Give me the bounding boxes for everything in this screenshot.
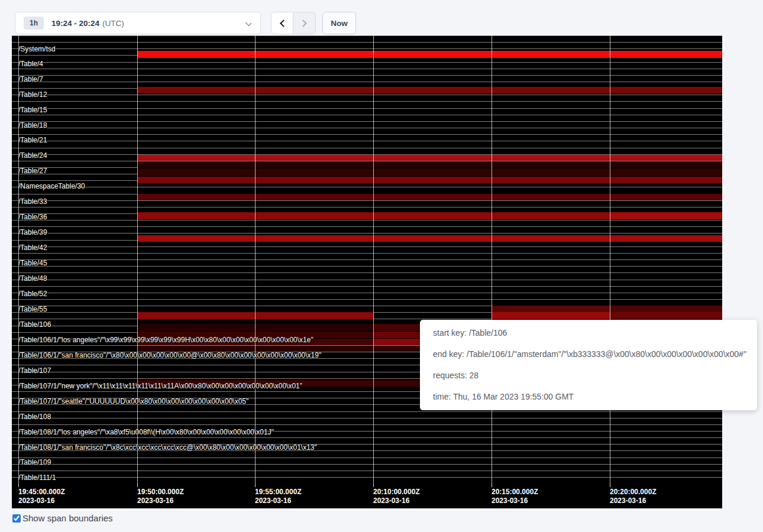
row-label: /Table/108/1/"los angeles"/"\xa8\xf5\u00… — [18, 428, 274, 436]
heat-band[interactable] — [137, 155, 722, 161]
previous-interval-button[interactable] — [271, 12, 293, 34]
time-range-select[interactable]: 1h 19:24 - 20:24 (UTC) — [15, 12, 261, 34]
row-label: /Table/48 — [18, 274, 47, 283]
row-label: /NamespaceTable/30 — [18, 182, 85, 190]
heat-band[interactable] — [137, 177, 722, 183]
heat-band[interactable] — [137, 194, 722, 200]
axis-time-label: 19:45:00.000Z — [18, 488, 65, 496]
heat-band[interactable] — [137, 235, 722, 242]
show-span-boundaries-label: Show span boundaries — [22, 513, 113, 523]
key-visualizer-canvas[interactable]: /System/tsd/Table/4/Table/7/Table/12/Tab… — [12, 35, 722, 508]
row-label: /Table/42 — [18, 244, 47, 252]
tooltip-line: requests: 28 — [433, 370, 744, 381]
row-label: /Table/106/1/"san francisco"/"\x80\x00\x… — [18, 351, 321, 359]
axis-time-label: 19:55:00.000Z — [255, 488, 302, 496]
row-label: /Table/107/1/"new york"/"\x11\x11\x11\x1… — [18, 382, 302, 390]
row-label: /Table/107 — [18, 366, 51, 375]
tooltip-line: time: Thu, 16 Mar 2023 19:55:00 GMT — [433, 391, 744, 403]
row-label: /Table/106/1/"los angeles"/"\x99\x99\x99… — [18, 336, 313, 344]
time-range-text: 19:24 - 20:24 — [51, 19, 99, 28]
footer: Show span boundaries — [0, 508, 763, 532]
span-boundary-vline — [492, 35, 492, 484]
row-label: /Table/106 — [18, 320, 51, 329]
row-label: /Table/12 — [18, 90, 47, 99]
span-boundary-vline — [373, 35, 374, 484]
heat-band[interactable] — [610, 312, 722, 319]
row-label: /Table/45 — [18, 259, 47, 267]
chevron-left-icon — [280, 20, 287, 27]
row-label: /Table/109 — [18, 458, 51, 466]
heat-band[interactable] — [492, 306, 610, 312]
row-label: /Table/4 — [18, 60, 43, 68]
row-label: /Table/108 — [18, 413, 51, 421]
row-label: /System/tsd — [18, 45, 56, 53]
chevron-down-icon — [245, 20, 251, 26]
tooltip-line: end key: /Table/106/1/"amsterdam"/"\xb33… — [433, 349, 744, 360]
row-label: /Table/55 — [18, 305, 47, 313]
axis-date-label: 2023-03-16 — [373, 497, 409, 505]
show-span-boundaries-checkbox[interactable] — [12, 514, 21, 523]
row-label: /Table/24 — [18, 151, 47, 160]
axis-tick — [610, 484, 610, 487]
heat-band[interactable] — [137, 51, 722, 58]
time-range-timezone: (UTC) — [102, 19, 124, 28]
row-label: /Table/7 — [18, 75, 43, 83]
row-label: /Table/15 — [18, 106, 47, 114]
span-boundary-vline — [255, 35, 256, 484]
heat-band[interactable] — [492, 312, 610, 319]
heat-band[interactable] — [137, 168, 722, 176]
axis-date-label: 2023-03-16 — [255, 497, 291, 505]
key-visualizer-page: 1h 19:24 - 20:24 (UTC) Now /System/tsd/T… — [0, 0, 763, 532]
span-tooltip: start key: /Table/106end key: /Table/106… — [420, 320, 757, 410]
next-interval-button[interactable] — [293, 12, 316, 34]
axis-time-label: 20:20:00.000Z — [610, 488, 657, 496]
axis-time-label: 20:10:00.000Z — [373, 488, 420, 496]
axis-time-label: 19:50:00.000Z — [137, 488, 184, 496]
row-label: /Table/33 — [18, 197, 47, 206]
chevron-right-icon — [299, 20, 307, 27]
heat-band[interactable] — [610, 306, 722, 312]
heat-band[interactable] — [610, 212, 722, 219]
row-label: /Table/27 — [18, 167, 47, 175]
axis-date-label: 2023-03-16 — [610, 497, 646, 505]
axis-tick — [255, 484, 256, 487]
axis-date-label: 2023-03-16 — [18, 497, 54, 505]
row-label: /Table/111/1 — [18, 473, 56, 482]
time-range-badge: 1h — [24, 17, 44, 30]
span-boundary-vline — [137, 35, 138, 484]
row-label: /Table/18 — [18, 121, 47, 129]
span-boundary-vline — [610, 35, 610, 484]
axis-date-label: 2023-03-16 — [137, 497, 173, 505]
now-button[interactable]: Now — [322, 12, 356, 34]
heat-band[interactable] — [137, 161, 722, 168]
show-span-boundaries-row: Show span boundaries — [12, 513, 113, 523]
axis-tick — [373, 484, 374, 487]
row-label: /Table/52 — [18, 290, 47, 298]
axis-tick — [18, 484, 19, 487]
row-label: /Table/36 — [18, 213, 47, 221]
axis-date-label: 2023-03-16 — [492, 497, 528, 505]
row-label: /Table/39 — [18, 228, 47, 236]
time-nav-group — [271, 12, 316, 34]
toolbar: 1h 19:24 - 20:24 (UTC) Now — [0, 0, 763, 35]
heatmap-grid: /System/tsd/Table/4/Table/7/Table/12/Tab… — [12, 35, 722, 484]
axis-time-label: 20:15:00.000Z — [492, 488, 538, 496]
row-label: /Table/21 — [18, 136, 47, 144]
axis-tick — [492, 484, 492, 487]
row-label: /Table/108/1/"san francisco"/"\x8c\xcc\x… — [18, 443, 317, 452]
time-axis: 19:45:00.000Z2023-03-1619:50:00.000Z2023… — [12, 484, 722, 508]
heat-band[interactable] — [137, 87, 722, 93]
tooltip-line: start key: /Table/106 — [433, 327, 744, 339]
axis-tick — [137, 484, 138, 487]
row-label: /Table/107/1/"seattle"/"UUUUUUD\x00\x80\… — [18, 397, 248, 406]
